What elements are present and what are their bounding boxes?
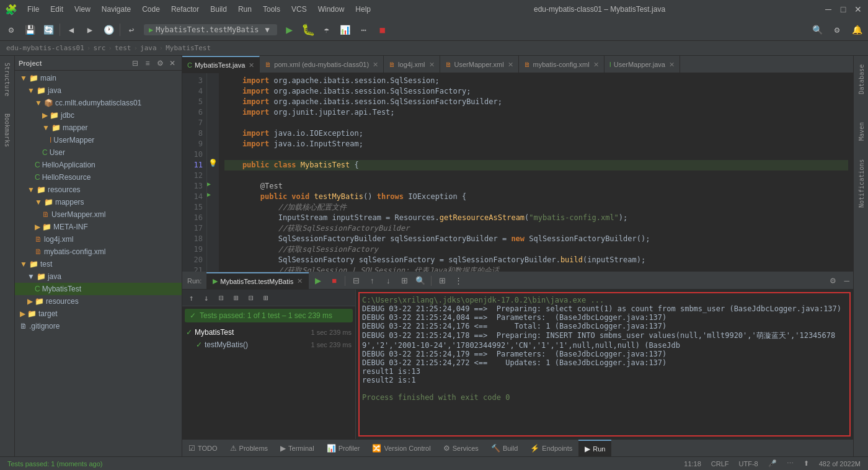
- tree-item-usermapper-xml[interactable]: 🗎 UserMapper.xml: [15, 208, 182, 221]
- tree-item-helloapplication[interactable]: C HelloApplication: [15, 159, 182, 171]
- tab-log4j-close[interactable]: ✕: [429, 61, 435, 69]
- tree-item-log4j[interactable]: 🗎 log4j.xml: [15, 233, 182, 246]
- menu-build[interactable]: Build: [205, 4, 232, 15]
- tab-usermapper-xml-close[interactable]: ✕: [508, 61, 513, 69]
- tab-mybatis-config-close[interactable]: ✕: [593, 61, 599, 69]
- tree-item-user[interactable]: C User: [15, 146, 182, 159]
- settings-btn[interactable]: ⚙: [828, 21, 846, 38]
- run-button[interactable]: ▶: [281, 21, 298, 38]
- bottom-tab-vcs[interactable]: 🔀 Version Control: [366, 440, 436, 457]
- toolbar-sync-btn[interactable]: 🔄: [40, 21, 57, 38]
- run-tab-close[interactable]: ✕: [297, 277, 303, 285]
- status-encoding[interactable]: UTF-8: [737, 460, 761, 468]
- run-stop-btn[interactable]: ■: [327, 274, 341, 288]
- more-run-btn[interactable]: ⋯: [355, 21, 373, 38]
- menu-refactor[interactable]: Refactor: [166, 4, 204, 15]
- toolbar-back-btn[interactable]: ◀: [63, 21, 80, 38]
- menu-navigate[interactable]: Navigate: [97, 4, 136, 15]
- tree-item-resources-test[interactable]: ▶ 📁 resources: [15, 295, 182, 308]
- breadcrumb-test[interactable]: test: [115, 44, 131, 52]
- menu-edit[interactable]: Edit: [45, 4, 68, 15]
- bottom-tab-run[interactable]: ▶ Run: [578, 440, 611, 457]
- run-tree-btn-3[interactable]: ⊟: [215, 291, 228, 304]
- bottom-tab-profiler[interactable]: 📊 Profiler: [321, 440, 366, 457]
- tree-item-package[interactable]: ▼ 📦 cc.mllt.edumybatisclass01: [15, 97, 182, 109]
- tree-item-java[interactable]: ▼ 📁 java: [15, 84, 182, 97]
- database-panel-btn[interactable]: Database: [855, 61, 867, 98]
- status-line-sep[interactable]: CRLF: [709, 460, 732, 468]
- tree-item-helloresource[interactable]: C HelloResource: [15, 171, 182, 184]
- tab-mybatistest-close[interactable]: ✕: [249, 61, 254, 69]
- menu-help[interactable]: Help: [350, 4, 376, 15]
- tree-item-root[interactable]: ▼ 📁 main: [15, 72, 182, 84]
- status-line-count[interactable]: 482 of 2022M: [817, 460, 863, 468]
- stop-btn[interactable]: ■: [374, 21, 391, 38]
- tab-usermapper-java-close[interactable]: ✕: [669, 61, 675, 69]
- tree-item-test[interactable]: ▼ 📁 test: [15, 258, 182, 270]
- tree-item-meta-inf[interactable]: ▶ 📁 META-INF: [15, 221, 182, 233]
- minimize-button[interactable]: ─: [823, 4, 833, 14]
- notifications-panel-btn[interactable]: Notifications: [855, 165, 867, 202]
- tree-item-jdbc[interactable]: ▶ 📁 jdbc: [15, 109, 182, 122]
- run-tree-btn-2[interactable]: ↓: [200, 291, 213, 304]
- run-search-btn[interactable]: 🔍: [414, 274, 427, 288]
- run-filter-btn[interactable]: ⊞: [397, 274, 411, 288]
- project-tree[interactable]: ▼ 📁 main ▼ 📁 java ▼ 📦 cc.mllt.edumybatis…: [15, 71, 182, 456]
- run-tree-collapse-btn[interactable]: ⊟: [349, 274, 363, 288]
- tree-item-mappers[interactable]: ▼ 📁 mappers: [15, 196, 182, 208]
- project-panel-close[interactable]: ✕: [167, 58, 178, 69]
- menu-view[interactable]: View: [69, 4, 95, 15]
- code-content[interactable]: import org.apache.ibatis.session.SqlSess…: [219, 73, 853, 272]
- tree-item-target[interactable]: ▶ 📁 target: [15, 308, 182, 320]
- bottom-tab-problems[interactable]: ⚠ Problems: [224, 440, 274, 457]
- run-tree-btn-5[interactable]: ⊟: [244, 291, 258, 304]
- run-output[interactable]: C:\Users\xrilang\.jdks\openjdk-17.0.2\bi…: [358, 292, 851, 437]
- status-notifications[interactable]: ⋯: [784, 459, 796, 468]
- menu-run[interactable]: Run: [233, 4, 257, 15]
- tree-item-mybatis-config[interactable]: 🗎 mybatis-config.xml: [15, 246, 182, 258]
- run-panel-minimize-btn[interactable]: ─: [840, 277, 853, 285]
- maven-panel-btn[interactable]: Maven: [855, 113, 867, 150]
- bottom-tab-todo[interactable]: ☑ TODO: [182, 440, 224, 457]
- toolbar-settings-btn[interactable]: ⚙: [2, 21, 20, 38]
- profile-btn[interactable]: 📊: [337, 21, 354, 38]
- toolbar-recent-btn[interactable]: 🕐: [100, 21, 117, 38]
- maximize-button[interactable]: □: [838, 4, 848, 14]
- search-everywhere-btn[interactable]: 🔍: [808, 21, 826, 38]
- menu-window[interactable]: Window: [313, 4, 350, 15]
- tree-item-mybatistest[interactable]: C MybatisTest: [15, 283, 182, 295]
- run-expand-btn[interactable]: ⊞: [435, 274, 449, 288]
- tree-item-java-test[interactable]: ▼ 📁 java: [15, 270, 182, 283]
- run-next-btn[interactable]: ↓: [381, 274, 395, 288]
- menu-vcs[interactable]: VCS: [286, 4, 312, 15]
- bottom-tab-endpoints[interactable]: ⚡ Endpoints: [524, 440, 578, 457]
- code-editor[interactable]: 34567 8910 11 1213141516 1718192021 2223…: [182, 73, 853, 272]
- tree-item-resources[interactable]: ▼ 📁 resources: [15, 184, 182, 196]
- toolbar-undo-btn[interactable]: ↩: [123, 21, 140, 38]
- project-panel-tool-1[interactable]: ⊟: [130, 58, 141, 69]
- run-options-btn[interactable]: ⋮: [451, 274, 465, 288]
- bottom-tab-build[interactable]: 🔨 Build: [485, 440, 524, 457]
- run-tree-btn-6[interactable]: ⊞: [259, 291, 273, 304]
- tab-mybatistest[interactable]: C MybatisTest.java ✕: [182, 56, 260, 73]
- tree-item-mapper[interactable]: ▼ 📁 mapper: [15, 122, 182, 134]
- run-tree-btn-4[interactable]: ⊞: [229, 291, 243, 304]
- tab-usermapper-java[interactable]: I UserMapper.java ✕: [604, 56, 680, 73]
- bottom-tab-terminal[interactable]: ▶ Terminal: [274, 440, 321, 457]
- run-with-coverage-btn[interactable]: ☂: [318, 21, 335, 38]
- debug-button[interactable]: 🐛: [299, 21, 317, 38]
- run-tree-btn-1[interactable]: ↑: [185, 291, 198, 304]
- bottom-tab-services[interactable]: ⚙ Services: [437, 440, 485, 457]
- breadcrumb-root[interactable]: edu-mybatis-class01: [6, 44, 84, 52]
- bookmarks-panel-btn[interactable]: Bookmarks: [1, 112, 14, 149]
- run-config-dropdown[interactable]: ▶ MybatisTest.testMyBatis ▼: [144, 24, 277, 35]
- menu-file[interactable]: File: [22, 4, 44, 15]
- run-tree-child[interactable]: ✓ testMyBatis() 1 sec 239 ms: [184, 339, 354, 351]
- status-position[interactable]: 11:18: [681, 460, 704, 468]
- tree-item-gitignore[interactable]: 🗎 .gitignore: [15, 320, 182, 332]
- tab-mybatis-config[interactable]: 🗎 mybatis-config.xml ✕: [519, 56, 604, 73]
- run-gear-btn[interactable]: ⚙: [826, 277, 840, 285]
- breadcrumb-src[interactable]: src: [93, 44, 105, 52]
- toolbar-forward-btn[interactable]: ▶: [81, 21, 99, 38]
- run-restart-btn[interactable]: ▶: [311, 274, 325, 288]
